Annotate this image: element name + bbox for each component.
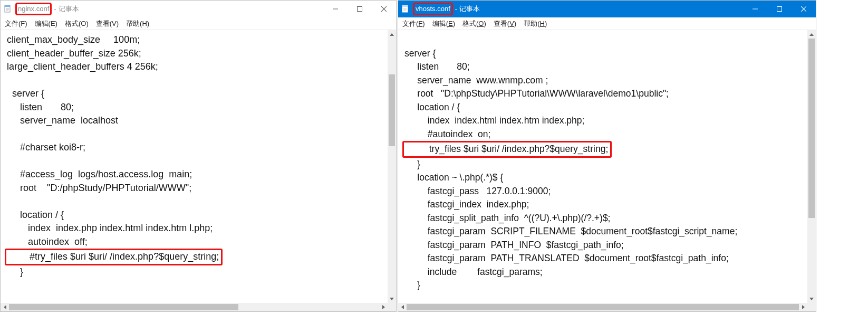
menu-format[interactable]: 格式(O) [65, 19, 89, 28]
window-title: vhosts.conf - 记事本 [413, 3, 480, 15]
scroll-right-button[interactable] [799, 303, 807, 311]
scroll-left-button[interactable] [1, 303, 9, 311]
menu-bar: 文件(F) 编辑(E) 格式(O) 查看(V) 帮助(H) [398, 17, 816, 30]
notepad-icon [4, 5, 12, 13]
maximize-button[interactable] [348, 1, 372, 17]
scroll-corner [807, 303, 816, 311]
notepad-window-left: nginx.conf - 记事本 文件(F) 编辑(E) 格式(O) 查看(V)… [0, 0, 397, 312]
title-filename: vhosts.conf [413, 3, 453, 15]
minimize-button[interactable] [743, 1, 767, 17]
editor-text-pre: server { listen 80; server_name www.wnmp… [404, 48, 669, 139]
vertical-scroll-thumb[interactable] [808, 39, 815, 218]
menu-file[interactable]: 文件(F) [402, 19, 425, 28]
notepad-icon [401, 5, 410, 13]
svg-rect-15 [777, 7, 782, 12]
titlebar[interactable]: nginx.conf - 记事本 [1, 1, 396, 17]
window-title: nginx.conf - 记事本 [15, 3, 79, 15]
vertical-scroll-thumb[interactable] [389, 74, 395, 146]
maximize-button[interactable] [767, 1, 792, 17]
horizontal-scroll-track[interactable] [9, 303, 379, 311]
scroll-left-button[interactable] [398, 303, 407, 311]
horizontal-scroll-thumb[interactable] [9, 304, 238, 310]
editor-text-post: } [7, 267, 23, 277]
menu-view[interactable]: 查看(V) [96, 19, 119, 28]
close-button[interactable] [372, 1, 396, 17]
vertical-scrollbar[interactable] [807, 30, 816, 303]
editor-area: client_max_body_size 100m; client_header… [1, 30, 396, 311]
horizontal-scrollbar[interactable] [398, 303, 807, 311]
title-app-name: 记事本 [59, 4, 79, 14]
menu-view[interactable]: 查看(V) [494, 19, 516, 28]
highlighted-line: #try_files $uri $uri/ /index.php?$query_… [5, 249, 223, 265]
editor-text-pre: client_max_body_size 100m; client_header… [7, 34, 213, 247]
highlighted-line: try_files $uri $uri/ /index.php?$query_s… [402, 141, 612, 158]
menu-bar: 文件(F) 编辑(E) 格式(O) 查看(V) 帮助(H) [1, 17, 396, 30]
menu-format[interactable]: 格式(O) [462, 19, 486, 28]
horizontal-scroll-track[interactable] [407, 303, 799, 311]
scroll-up-button[interactable] [388, 30, 396, 39]
text-editor[interactable]: server { listen 80; server_name www.wnmp… [398, 30, 807, 303]
vertical-scroll-track[interactable] [388, 39, 396, 294]
scroll-corner [388, 303, 396, 311]
minimize-button[interactable] [323, 1, 348, 17]
scroll-up-button[interactable] [807, 30, 816, 39]
scroll-down-button[interactable] [388, 294, 396, 303]
text-editor[interactable]: client_max_body_size 100m; client_header… [1, 30, 388, 303]
titlebar[interactable]: vhosts.conf - 记事本 [398, 1, 816, 17]
notepad-window-right: vhosts.conf - 记事本 文件(F) 编辑(E) 格式(O) 查看(V… [398, 0, 816, 312]
title-filename: nginx.conf [15, 3, 52, 15]
svg-rect-1 [5, 5, 10, 7]
svg-rect-6 [358, 7, 362, 12]
horizontal-scroll-thumb[interactable] [407, 304, 799, 310]
vertical-scroll-track[interactable] [807, 39, 816, 294]
close-button[interactable] [792, 1, 816, 17]
menu-help[interactable]: 帮助(H) [126, 19, 149, 28]
svg-rect-10 [402, 5, 408, 7]
menu-help[interactable]: 帮助(H) [524, 19, 547, 28]
vertical-scrollbar[interactable] [388, 30, 396, 303]
scroll-down-button[interactable] [807, 294, 816, 303]
editor-area: server { listen 80; server_name www.wnmp… [398, 30, 816, 311]
scroll-right-button[interactable] [379, 303, 388, 311]
title-app-name: 记事本 [459, 4, 480, 14]
menu-edit[interactable]: 编辑(E) [35, 19, 57, 28]
horizontal-scrollbar[interactable] [1, 303, 388, 311]
editor-text-post: } location ~ \.php(.*)$ { fastcgi_pass 1… [404, 159, 737, 291]
menu-file[interactable]: 文件(F) [5, 19, 27, 28]
menu-edit[interactable]: 编辑(E) [432, 19, 455, 28]
